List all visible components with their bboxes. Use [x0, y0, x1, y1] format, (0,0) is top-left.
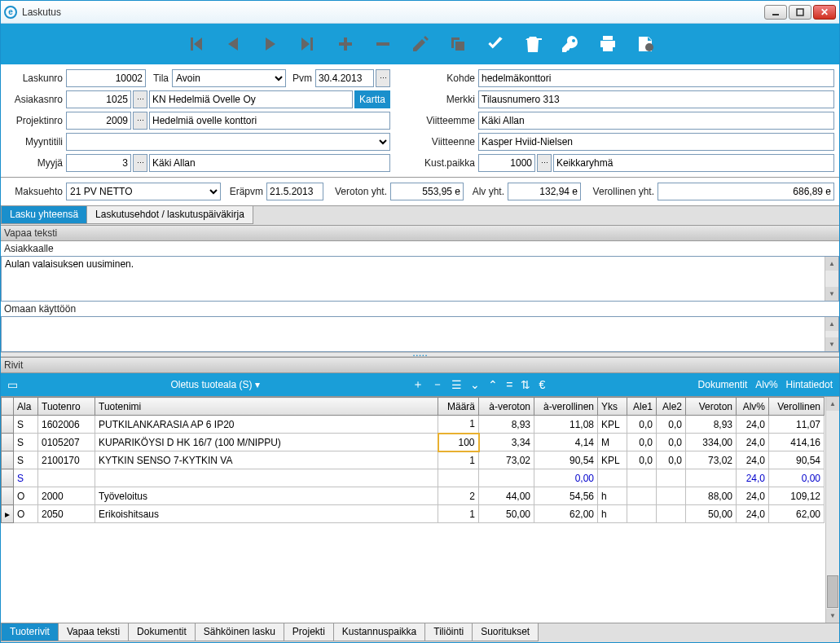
- cell-maara[interactable]: 100: [438, 434, 479, 451]
- cell-averollinen[interactable]: 0,00: [534, 469, 598, 487]
- bottom-tab-kustannuspaikka[interactable]: Kustannuspaikka: [333, 623, 425, 641]
- col-alv%[interactable]: Alv%: [737, 398, 769, 416]
- bottom-tab-dokumentit[interactable]: Dokumentit: [128, 623, 196, 641]
- cell-veroton[interactable]: 8,93: [686, 416, 737, 434]
- row-indicator[interactable]: ▸: [2, 505, 14, 523]
- maksuehto-select[interactable]: 21 PV NETTO: [66, 183, 221, 200]
- cell-alv[interactable]: 24,0: [737, 451, 769, 469]
- cell-tuotenimi[interactable]: KUPARIKÖYSI D HK 16/7 (100 M/NIPPU): [95, 434, 438, 451]
- trash-icon[interactable]: [521, 33, 544, 55]
- bottom-tab-projekti[interactable]: Projekti: [284, 623, 334, 641]
- cell-tuotenimi[interactable]: Työveloitus: [95, 487, 438, 505]
- cell-ala[interactable]: O: [14, 505, 38, 523]
- erapvm-input[interactable]: [266, 183, 323, 200]
- col-à-veroton[interactable]: à-veroton: [479, 398, 534, 416]
- bottom-tab-tuoterivit[interactable]: Tuoterivit: [1, 623, 59, 641]
- cell-ale2[interactable]: 0,0: [657, 451, 686, 469]
- myyja-input[interactable]: [66, 154, 131, 172]
- cell-ale1[interactable]: 0,0: [627, 434, 657, 451]
- default-area-dropdown[interactable]: Oletus tuoteala (S) ▾: [170, 379, 259, 390]
- col-à-verollinen[interactable]: à-verollinen: [534, 398, 598, 416]
- merkki-input[interactable]: [478, 90, 834, 108]
- kustpaikka-name-input[interactable]: [553, 154, 834, 172]
- viitteemme-input[interactable]: [478, 112, 834, 130]
- cell-ale2[interactable]: [657, 505, 686, 523]
- add-icon[interactable]: [334, 33, 357, 55]
- cell-ale2[interactable]: 0,0: [657, 416, 686, 434]
- row-indicator[interactable]: [2, 451, 14, 469]
- col-määrä[interactable]: Määrä: [438, 398, 479, 416]
- cell-averollinen[interactable]: 62,00: [534, 505, 598, 523]
- cell-tuotenro[interactable]: 2100170: [38, 451, 95, 469]
- table-row[interactable]: S0,0024,00,00: [2, 469, 825, 487]
- cell-tuotenro[interactable]: 0105207: [38, 434, 95, 451]
- cell-tuotenro[interactable]: [38, 469, 95, 487]
- cell-yks[interactable]: h: [598, 505, 627, 523]
- cell-yks[interactable]: KPL: [598, 416, 627, 434]
- col-veroton[interactable]: Veroton: [686, 398, 737, 416]
- bottom-tab-tiliöinti[interactable]: Tiliöinti: [424, 623, 473, 641]
- hintatiedot-link[interactable]: Hintatiedot: [786, 379, 833, 390]
- maximize-button[interactable]: [789, 5, 811, 20]
- col-verollinen[interactable]: Verollinen: [769, 398, 825, 416]
- row-indicator[interactable]: [2, 487, 14, 505]
- cell-verollinen[interactable]: 414,16: [769, 434, 825, 451]
- cell-ala[interactable]: S: [14, 416, 38, 434]
- remove-icon[interactable]: [372, 33, 394, 55]
- copy-icon[interactable]: [446, 33, 469, 55]
- table-row[interactable]: S2100170KYTKIN SENSO 7-KYTKIN VA173,0290…: [2, 451, 825, 469]
- cell-averollinen[interactable]: 11,08: [534, 416, 598, 434]
- cell-alv[interactable]: 24,0: [737, 434, 769, 451]
- cell-ala[interactable]: S: [14, 469, 38, 487]
- cell-verollinen[interactable]: 0,00: [769, 469, 825, 487]
- myyja-name-input[interactable]: [149, 154, 390, 172]
- cell-tuotenro[interactable]: 2050: [38, 505, 95, 523]
- projekti-name-input[interactable]: [149, 112, 390, 130]
- cell-ala[interactable]: O: [14, 487, 38, 505]
- cell-ale1[interactable]: [627, 487, 657, 505]
- kartta-button[interactable]: Kartta: [354, 90, 390, 108]
- pvm-input[interactable]: [315, 69, 374, 87]
- cell-averoton[interactable]: 73,02: [479, 451, 534, 469]
- cell-maara[interactable]: [438, 469, 479, 487]
- col-ale1[interactable]: Ale1: [627, 398, 657, 416]
- cell-tuotenimi[interactable]: KYTKIN SENSO 7-KYTKIN VA: [95, 451, 438, 469]
- cell-maara[interactable]: 2: [438, 487, 479, 505]
- prev-icon[interactable]: [222, 33, 244, 55]
- cell-veroton[interactable]: [686, 469, 737, 487]
- cell-veroton[interactable]: 334,00: [686, 434, 737, 451]
- cell-ale1[interactable]: [627, 505, 657, 523]
- asiakkaalle-textarea[interactable]: Aulan valaisuksen uusiminen. ▲▼: [1, 256, 839, 302]
- cell-veroton[interactable]: 88,00: [686, 487, 737, 505]
- row-remove-icon[interactable]: －: [432, 377, 443, 392]
- cell-maara[interactable]: 1: [438, 505, 479, 523]
- tab-lasku-yhteensa[interactable]: Lasku yhteensä: [1, 206, 87, 224]
- export-icon[interactable]: [634, 33, 657, 55]
- myyntitili-select[interactable]: [66, 133, 390, 151]
- cell-alv[interactable]: 24,0: [737, 469, 769, 487]
- table-row[interactable]: ▸O2050Erikoishitsaus150,0062,00h50,0024,…: [2, 505, 825, 523]
- table-row[interactable]: S1602006PUTKILANKARASIA AP 6 IP2018,9311…: [2, 416, 825, 434]
- row-euro-icon[interactable]: €: [539, 378, 545, 391]
- row-indicator[interactable]: [2, 416, 14, 434]
- cell-averoton[interactable]: [479, 469, 534, 487]
- col-tuotenimi[interactable]: Tuotenimi: [95, 398, 438, 416]
- row-equals-icon[interactable]: =: [506, 378, 512, 391]
- cell-ale2[interactable]: [657, 487, 686, 505]
- scrollbar[interactable]: ▲▼: [825, 317, 838, 351]
- cell-yks[interactable]: KPL: [598, 451, 627, 469]
- cell-averoton[interactable]: 50,00: [479, 505, 534, 523]
- next-icon[interactable]: [259, 33, 282, 55]
- cell-averollinen[interactable]: 4,14: [534, 434, 598, 451]
- edit-icon[interactable]: [409, 33, 432, 55]
- cell-tuotenro[interactable]: 1602006: [38, 416, 95, 434]
- cell-tuotenimi[interactable]: PUTKILANKARASIA AP 6 IP20: [95, 416, 438, 434]
- asiakas-name-input[interactable]: [149, 90, 353, 108]
- projektinro-input[interactable]: [66, 112, 131, 130]
- cell-tuotenimi[interactable]: [95, 469, 438, 487]
- kohde-input[interactable]: [478, 69, 834, 87]
- cell-alv[interactable]: 24,0: [737, 487, 769, 505]
- minimize-button[interactable]: [764, 5, 787, 20]
- table-row[interactable]: S0105207KUPARIKÖYSI D HK 16/7 (100 M/NIP…: [2, 434, 825, 451]
- tila-select[interactable]: Avoin: [172, 69, 286, 87]
